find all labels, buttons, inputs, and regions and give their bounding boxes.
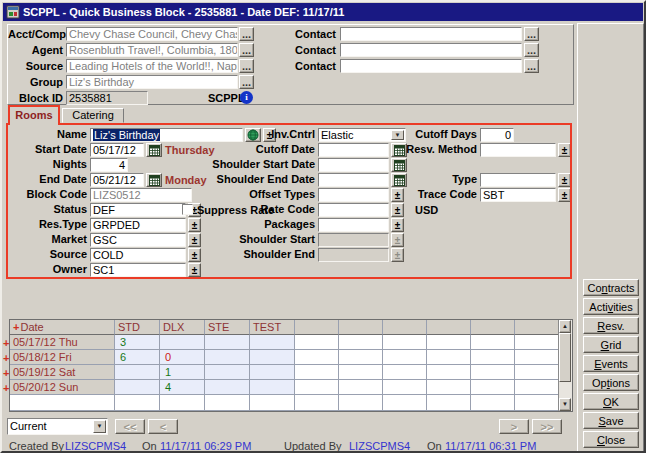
activities-button[interactable]: Activities: [583, 298, 639, 315]
grid-cell[interactable]: [515, 365, 559, 380]
grid-cell[interactable]: [427, 365, 471, 380]
agent-label: Agent: [8, 44, 63, 57]
contact-1-field[interactable]: [340, 27, 522, 41]
action-panel: ContractsActivitiesResv.GridEventsOption…: [577, 23, 644, 452]
tab-catering[interactable]: Catering: [62, 108, 124, 123]
grid-cell[interactable]: [205, 380, 250, 395]
grid-cell[interactable]: [383, 365, 427, 380]
grid-cell[interactable]: [471, 335, 515, 350]
contact-2-browse-button[interactable]: ...: [524, 43, 539, 57]
chevron-down-icon[interactable]: ▼: [93, 420, 106, 433]
contact-3-field[interactable]: [340, 59, 522, 73]
grid-cell[interactable]: [115, 365, 160, 380]
grid-cell[interactable]: [383, 335, 427, 350]
grid-cell[interactable]: [160, 395, 205, 411]
grid-cell[interactable]: [471, 380, 515, 395]
grid-cell[interactable]: [250, 335, 295, 350]
source-browse-button[interactable]: ...: [239, 59, 254, 73]
grid-button[interactable]: Grid: [583, 336, 639, 353]
grid-cell[interactable]: 4: [160, 380, 205, 395]
grid-date-cell[interactable]: 05/19/12 Sat: [10, 365, 115, 380]
block-id-label: Block ID: [8, 92, 63, 105]
block-id-field[interactable]: 2535881: [66, 91, 148, 105]
save-button[interactable]: Save: [583, 412, 639, 429]
prev-page-button[interactable]: <: [148, 419, 178, 434]
events-button[interactable]: Events: [583, 355, 639, 372]
created-on-value: 11/17/11 06:29 PM: [160, 440, 251, 452]
acct-comp-field[interactable]: Chevy Chase Council, Chevy Chase, 1800: [66, 27, 238, 41]
grid-date-cell[interactable]: 05/17/12 Thu: [10, 335, 115, 350]
scrollbar-thumb[interactable]: [559, 333, 571, 382]
scroll-up-icon[interactable]: ▲: [559, 320, 571, 333]
first-page-button[interactable]: <<: [115, 419, 145, 434]
grid-header-cell: [383, 320, 427, 335]
agent-field[interactable]: Rosenbluth Travel!, Columbia, 1800-roser: [66, 43, 238, 57]
grid-cell[interactable]: [205, 335, 250, 350]
grid-cell[interactable]: [427, 350, 471, 365]
close-button[interactable]: Close: [583, 431, 639, 448]
group-browse-button[interactable]: ...: [239, 75, 254, 89]
grid-cell[interactable]: [515, 350, 559, 365]
grid-date-cell[interactable]: [10, 395, 115, 411]
grid-cell[interactable]: [205, 350, 250, 365]
options-button[interactable]: Options: [583, 374, 639, 391]
grid-cell[interactable]: [160, 335, 205, 350]
grid-cell[interactable]: [250, 350, 295, 365]
grid-scrollbar[interactable]: ▲ ▼: [558, 320, 572, 411]
contact-3-browse-button[interactable]: ...: [524, 59, 539, 73]
grid-cell[interactable]: [339, 350, 383, 365]
grid-view-combobox[interactable]: Current ▼: [7, 418, 108, 435]
grid-date-cell[interactable]: 05/20/12 Sun: [10, 380, 115, 395]
grid-cell[interactable]: [339, 335, 383, 350]
grid-cell[interactable]: [295, 365, 339, 380]
grid-cell[interactable]: [471, 395, 515, 411]
grid-cell[interactable]: [471, 365, 515, 380]
agent-browse-button[interactable]: ...: [239, 43, 254, 57]
grid-cell[interactable]: [383, 380, 427, 395]
contact-2-field[interactable]: [340, 43, 522, 57]
grid-cell[interactable]: [427, 380, 471, 395]
grid-date-cell[interactable]: 05/18/12 Fri: [10, 350, 115, 365]
grid-cell[interactable]: [295, 335, 339, 350]
grid-cell[interactable]: [115, 395, 160, 411]
grid-row: 05/19/12 Sat1: [10, 365, 559, 380]
grid-cell[interactable]: [250, 395, 295, 411]
grid-header-row: +DateSTDDLXSTETEST: [10, 320, 559, 335]
grid-cell[interactable]: [339, 365, 383, 380]
grid-cell[interactable]: [515, 395, 559, 411]
grid-cell[interactable]: [515, 335, 559, 350]
grid-cell[interactable]: [427, 395, 471, 411]
grid-cell[interactable]: [427, 335, 471, 350]
grid-cell[interactable]: 1: [160, 365, 205, 380]
next-page-button[interactable]: >: [499, 419, 529, 434]
grid-cell[interactable]: 0: [160, 350, 205, 365]
resv-button[interactable]: Resv.: [583, 317, 639, 334]
grid-cell[interactable]: [250, 380, 295, 395]
tab-rooms[interactable]: Rooms: [8, 105, 60, 125]
grid-cell[interactable]: [515, 380, 559, 395]
app-icon: [6, 5, 20, 19]
grid-cell[interactable]: [250, 365, 295, 380]
contact-1-browse-button[interactable]: ...: [524, 27, 539, 41]
contracts-button[interactable]: Contracts: [583, 279, 639, 296]
grid-cell[interactable]: 6: [115, 350, 160, 365]
grid-cell[interactable]: [471, 350, 515, 365]
grid-cell[interactable]: [295, 395, 339, 411]
ok-button[interactable]: OK: [583, 393, 639, 410]
grid-cell[interactable]: [295, 380, 339, 395]
grid-cell[interactable]: [115, 380, 160, 395]
group-field[interactable]: Liz's Birthday: [66, 75, 238, 89]
last-page-button[interactable]: >>: [532, 419, 562, 434]
grid-cell[interactable]: [339, 395, 383, 411]
source-field[interactable]: Leading Hotels of the World!!, Naples, 1…: [66, 59, 238, 73]
grid-cell[interactable]: 3: [115, 335, 160, 350]
grid-cell[interactable]: [383, 395, 427, 411]
grid-cell[interactable]: [295, 350, 339, 365]
scroll-down-icon[interactable]: ▼: [559, 398, 571, 411]
acct-comp-browse-button[interactable]: ...: [239, 27, 254, 41]
info-icon[interactable]: i: [240, 91, 253, 104]
grid-cell[interactable]: [205, 395, 250, 411]
grid-cell[interactable]: [383, 350, 427, 365]
grid-cell[interactable]: [205, 365, 250, 380]
grid-cell[interactable]: [339, 380, 383, 395]
